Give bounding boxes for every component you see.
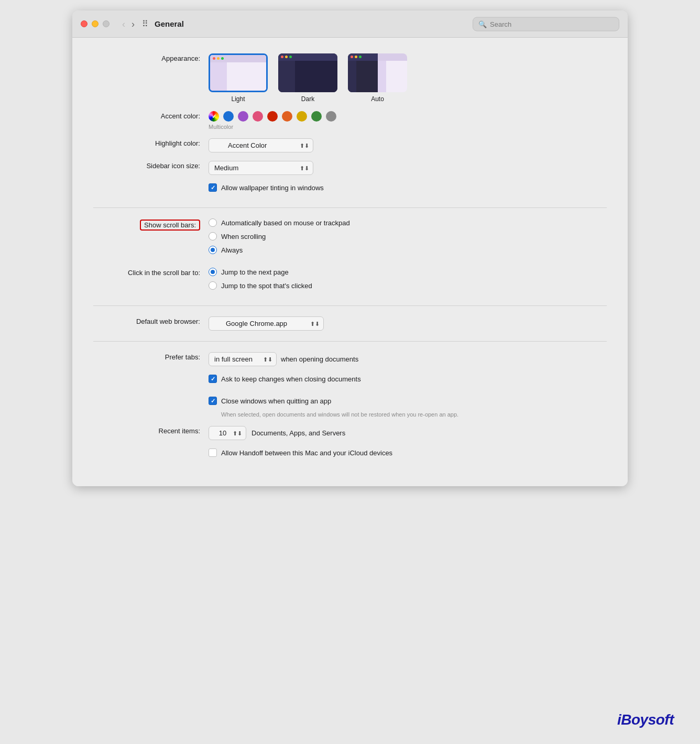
show-scroll-bars-control: Automatically based on mouse or trackpad… xyxy=(209,218,607,259)
click-next-page-radio[interactable] xyxy=(209,268,217,276)
show-scroll-bars-row: Show scroll bars: Automatically based on… xyxy=(93,218,607,259)
accent-purple[interactable] xyxy=(238,111,248,122)
divider-3 xyxy=(93,341,607,342)
appearance-auto[interactable]: Auto xyxy=(348,53,407,103)
close-windows-checkbox[interactable] xyxy=(209,397,217,405)
close-windows-label: Close windows when quitting an app xyxy=(221,397,331,405)
appearance-control: Light xyxy=(209,53,607,103)
accent-graphite[interactable] xyxy=(326,111,336,122)
recent-items-row: Recent items: 5 10 15 20 None ⬆⬇ Documen… xyxy=(93,426,607,440)
highlight-color-label: Highlight color: xyxy=(93,138,209,147)
handoff-spacer xyxy=(93,448,209,450)
wallpaper-tinting-spacer xyxy=(93,183,209,184)
prefer-tabs-inline: always in full screen manually ⬆⬇ when o… xyxy=(209,352,358,366)
scroll-bar-auto-row: Automatically based on mouse or trackpad xyxy=(209,218,350,227)
ask-keep-changes-checkbox[interactable] xyxy=(209,375,217,383)
browser-select-wrapper: Google Chrome.app Safari Firefox ⬆⬇ xyxy=(209,316,324,331)
divider-1 xyxy=(93,207,607,208)
appearance-light-label: Light xyxy=(231,95,245,103)
scroll-bar-scrolling-radio[interactable] xyxy=(209,232,217,240)
accent-yellow[interactable] xyxy=(297,111,307,122)
default-browser-row: Default web browser: Google Chrome.app S… xyxy=(93,316,607,331)
scroll-bar-scrolling-row: When scrolling xyxy=(209,232,266,240)
divider-2 xyxy=(93,305,607,306)
recent-items-control: 5 10 15 20 None ⬆⬇ Documents, Apps, and … xyxy=(209,426,607,440)
appearance-label: Appearance: xyxy=(93,53,209,62)
close-windows-row: Close windows when quitting an app When … xyxy=(93,397,607,418)
accent-color-row: Accent color: Multicolor xyxy=(93,111,607,130)
accent-multicolor[interactable] xyxy=(209,111,219,122)
scroll-bar-always-row: Always xyxy=(209,246,243,254)
traffic-lights xyxy=(81,20,110,27)
wallpaper-tinting-label: Allow wallpaper tinting in windows xyxy=(221,184,324,192)
appearance-options: Light xyxy=(209,53,407,103)
appearance-row: Appearance: xyxy=(93,53,607,103)
close-windows-spacer xyxy=(93,397,209,398)
appearance-auto-thumb xyxy=(348,53,407,92)
click-clicked-spot-radio[interactable] xyxy=(209,281,217,290)
watermark-text: iBoysoft xyxy=(617,712,674,728)
wallpaper-tinting-checkbox[interactable] xyxy=(209,183,217,192)
handoff-checkbox[interactable] xyxy=(209,448,217,457)
appearance-dark[interactable]: Dark xyxy=(278,53,337,103)
accent-color-label: Accent color: xyxy=(93,111,209,120)
recent-items-label: Recent items: xyxy=(93,426,209,435)
sidebar-icon-size-label: Sidebar icon size: xyxy=(93,161,209,170)
minimize-button[interactable] xyxy=(92,20,99,27)
page-title: General xyxy=(155,19,184,28)
grid-button[interactable]: ⠿ xyxy=(142,19,148,29)
browser-select[interactable]: Google Chrome.app Safari Firefox xyxy=(209,316,324,331)
highlight-color-control: Accent Color Blue Purple Pink Red Orange… xyxy=(209,138,607,152)
close-button[interactable] xyxy=(81,20,88,27)
prefer-tabs-suffix: when opening documents xyxy=(281,355,358,363)
appearance-light[interactable]: Light xyxy=(209,53,268,103)
close-windows-control: Close windows when quitting an app When … xyxy=(209,397,607,418)
wallpaper-tinting-checkbox-row: Allow wallpaper tinting in windows xyxy=(209,183,324,192)
highlight-color-select[interactable]: Accent Color Blue Purple Pink Red Orange… xyxy=(209,138,313,152)
maximize-button[interactable] xyxy=(103,20,110,27)
search-bar[interactable]: 🔍 xyxy=(473,17,619,31)
accent-color-control: Multicolor xyxy=(209,111,607,130)
forward-button[interactable]: › xyxy=(129,18,137,30)
prefer-tabs-select-wrapper: always in full screen manually ⬆⬇ xyxy=(209,352,277,366)
appearance-dark-label: Dark xyxy=(301,95,314,103)
recent-items-suffix: Documents, Apps, and Servers xyxy=(251,429,345,437)
back-button[interactable]: ‹ xyxy=(120,18,127,30)
accent-red[interactable] xyxy=(267,111,278,122)
scroll-bar-always-radio[interactable] xyxy=(209,246,217,254)
handoff-label: Allow Handoff between this Mac and your … xyxy=(221,449,392,457)
recent-items-inline: 5 10 15 20 None ⬆⬇ Documents, Apps, and … xyxy=(209,426,345,440)
accent-colors-list xyxy=(209,111,336,122)
click-clicked-spot-row: Jump to the spot that's clicked xyxy=(209,281,312,290)
scroll-bar-always-label: Always xyxy=(221,246,243,254)
highlight-color-wrapper: Accent Color Blue Purple Pink Red Orange… xyxy=(209,138,313,152)
click-next-page-label: Jump to the next page xyxy=(221,268,289,276)
handoff-control: Allow Handoff between this Mac and your … xyxy=(209,448,607,462)
appearance-dark-thumb xyxy=(278,53,337,92)
close-windows-checkbox-row: Close windows when quitting an app xyxy=(209,397,331,405)
ask-keep-changes-row: Ask to keep changes when closing documen… xyxy=(93,375,607,388)
scroll-bar-scrolling-label: When scrolling xyxy=(221,233,266,240)
wallpaper-tinting-row: Allow wallpaper tinting in windows xyxy=(93,183,607,197)
main-window: ‹ › ⠿ General 🔍 Appearance: xyxy=(72,10,628,486)
prefer-tabs-label: Prefer tabs: xyxy=(93,352,209,361)
accent-blue[interactable] xyxy=(223,111,234,122)
highlight-color-row: Highlight color: Accent Color Blue Purpl… xyxy=(93,138,607,152)
recent-items-select[interactable]: 5 10 15 20 None xyxy=(209,426,246,440)
click-scroll-bar-label: Click in the scroll bar to: xyxy=(93,268,209,277)
prefer-tabs-select[interactable]: always in full screen manually xyxy=(209,352,277,366)
show-scroll-bars-label: Show scroll bars: xyxy=(93,218,209,231)
click-scroll-bar-row: Click in the scroll bar to: Jump to the … xyxy=(93,268,607,295)
nav-buttons: ‹ › xyxy=(120,18,137,30)
accent-green[interactable] xyxy=(311,111,322,122)
accent-pink[interactable] xyxy=(253,111,263,122)
show-scroll-bars-highlighted-label: Show scroll bars: xyxy=(140,220,200,231)
accent-orange[interactable] xyxy=(282,111,292,122)
ask-keep-changes-label: Ask to keep changes when closing documen… xyxy=(221,375,361,383)
sidebar-icon-size-select[interactable]: Small Medium Large xyxy=(209,161,313,175)
search-input[interactable] xyxy=(490,20,614,28)
search-icon: 🔍 xyxy=(478,20,487,28)
default-browser-control: Google Chrome.app Safari Firefox ⬆⬇ xyxy=(209,316,607,331)
prefer-tabs-control: always in full screen manually ⬆⬇ when o… xyxy=(209,352,607,366)
scroll-bar-auto-radio[interactable] xyxy=(209,218,217,227)
